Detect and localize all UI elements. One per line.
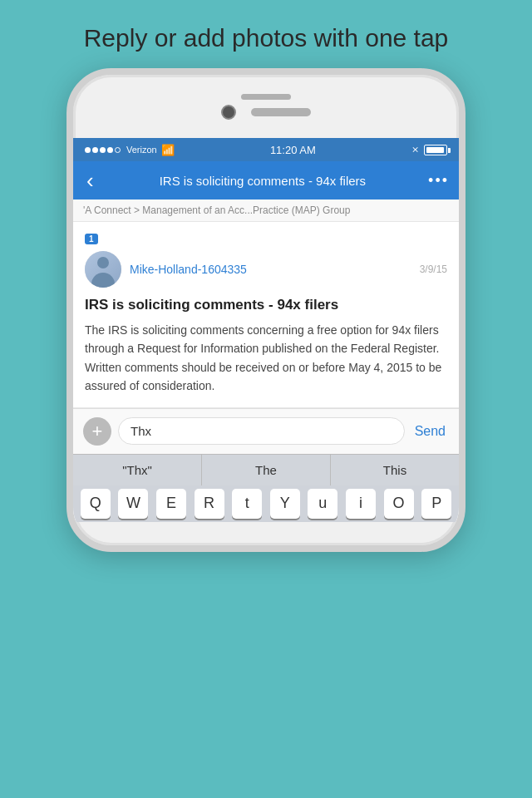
phone-screen: Verizon 📶 11:20 AM ⨯ ‹ IRS is soliciting… — [73, 138, 459, 522]
status-left: Verizon 📶 — [85, 144, 175, 156]
signal-dot-5 — [115, 147, 121, 153]
phone-top — [73, 75, 459, 138]
reply-input[interactable]: Thx — [118, 417, 405, 445]
post-date: 3/9/15 — [420, 264, 447, 275]
speaker-slot — [241, 94, 291, 100]
bluetooth-icon: ⨯ — [411, 145, 419, 155]
post-area: 1 Mike-Holland-1604335 3/9/15 IRS is sol… — [73, 222, 459, 408]
key-o[interactable]: O — [384, 489, 414, 519]
key-u[interactable]: u — [308, 489, 337, 519]
battery-fill — [426, 147, 444, 153]
earpiece — [251, 108, 311, 116]
key-q[interactable]: Q — [81, 489, 111, 519]
nav-title: IRS is soliciting comments - 94x filers — [104, 174, 421, 188]
signal-dots — [85, 147, 121, 153]
status-right: ⨯ — [411, 145, 447, 155]
autocomplete-item-1[interactable]: The — [202, 455, 331, 485]
key-w[interactable]: W — [118, 489, 148, 519]
key-r[interactable]: R — [195, 489, 224, 519]
key-e[interactable]: E — [156, 489, 186, 519]
wifi-icon: 📶 — [161, 144, 175, 156]
sleep-button — [464, 148, 466, 191]
signal-dot-3 — [100, 147, 106, 153]
key-t[interactable]: t — [232, 489, 262, 519]
key-y[interactable]: Y — [270, 489, 300, 519]
signal-dot-4 — [107, 147, 113, 153]
autocomplete-bar: "Thx" The This — [73, 454, 459, 485]
key-p[interactable]: P — [421, 489, 451, 519]
breadcrumb: 'A Connect > Management of an Acc...Prac… — [73, 200, 459, 222]
autocomplete-item-2[interactable]: This — [331, 455, 459, 485]
carrier-label: Verizon — [126, 145, 157, 155]
post-title: IRS is soliciting comments - 94x filers — [85, 296, 447, 314]
post-meta: Mike-Holland-1604335 — [130, 263, 411, 276]
post-badge: 1 — [85, 234, 98, 244]
avatar-image — [85, 251, 121, 288]
nav-more-button[interactable]: ••• — [428, 172, 449, 190]
send-button[interactable]: Send — [411, 424, 449, 439]
autocomplete-item-0[interactable]: "Thx" — [73, 455, 202, 485]
keyboard-row: Q W E R t Y u i O P — [73, 485, 459, 522]
add-media-button[interactable]: + — [83, 417, 111, 446]
tagline: Reply or add photos with one tap — [59, 0, 474, 68]
post-body: The IRS is soliciting comments concernin… — [85, 321, 447, 396]
reply-bar: + Thx Send — [73, 408, 459, 454]
phone-shell: Verizon 📶 11:20 AM ⨯ ‹ IRS is soliciting… — [66, 68, 466, 552]
key-i[interactable]: i — [346, 489, 376, 519]
volume-up-button — [66, 175, 68, 203]
signal-dot-1 — [85, 147, 91, 153]
back-button[interactable]: ‹ — [83, 170, 97, 191]
status-time: 11:20 AM — [270, 144, 316, 156]
volume-down-button — [66, 209, 68, 238]
post-author[interactable]: Mike-Holland-1604335 — [130, 263, 411, 276]
battery-icon — [424, 145, 447, 155]
camera-row — [221, 105, 311, 120]
nav-bar: ‹ IRS is soliciting comments - 94x filer… — [73, 161, 459, 200]
camera — [221, 105, 236, 120]
signal-dot-2 — [92, 147, 98, 153]
avatar — [85, 251, 121, 288]
status-bar: Verizon 📶 11:20 AM ⨯ — [73, 138, 459, 161]
post-header: Mike-Holland-1604335 3/9/15 — [85, 251, 447, 288]
